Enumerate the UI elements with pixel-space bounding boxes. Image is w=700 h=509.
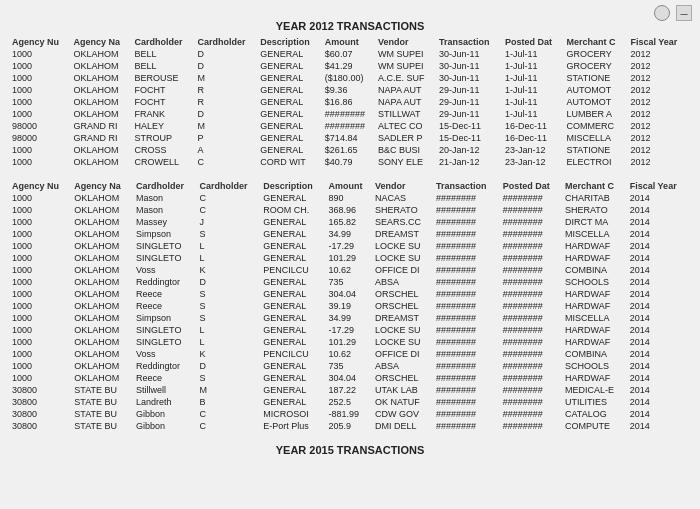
- section-2015-title: YEAR 2015 TRANSACTIONS: [10, 444, 690, 456]
- col-transaction-2014: Transaction: [434, 180, 501, 192]
- col-fiscal: Fiscal Year: [628, 36, 690, 48]
- table-row: 1000OKLAHOMBELLDGENERAL$60.07WM SUPEI30-…: [10, 48, 690, 60]
- col-merchant: Merchant C: [564, 36, 628, 48]
- table-row: 1000OKLAHOMReddingtorDGENERAL735ABSA####…: [10, 360, 690, 372]
- table-row: 1000OKLAHOMBEROUSEMGENERAL($180.00)A.C.E…: [10, 72, 690, 84]
- table-row: 98000GRAND RIHALEYMGENERAL########ALTEC …: [10, 120, 690, 132]
- col-agency-na: Agency Na: [72, 36, 133, 48]
- table-row: 98000GRAND RISTROUPPGENERAL$714.84SADLER…: [10, 132, 690, 144]
- table-row: 30800STATE BULandrethBGENERAL252.5OK NAT…: [10, 396, 690, 408]
- col-posted-dat: Posted Dat: [503, 36, 565, 48]
- header-row-2014: Agency Nu Agency Na Cardholder Cardholde…: [10, 180, 690, 192]
- col-cardholder-code-2014: Cardholder: [198, 180, 262, 192]
- col-vendor-2014: Vendor: [373, 180, 434, 192]
- table-row: 1000OKLAHOMSINGLETOLGENERAL101.29LOCKE S…: [10, 336, 690, 348]
- col-posted-dat-2014: Posted Dat: [501, 180, 563, 192]
- col-vendor: Vendor: [376, 36, 437, 48]
- circle-icon[interactable]: [654, 5, 670, 21]
- header-row-2012: Agency Nu Agency Na Cardholder Cardholde…: [10, 36, 690, 48]
- col-cardholder-name-2014: Cardholder: [134, 180, 198, 192]
- col-amount: Amount: [323, 36, 376, 48]
- col-agency-nu-2014: Agency Nu: [10, 180, 72, 192]
- table-row: 1000OKLAHOMCROSSAGENERAL$261.65B&C BUSI2…: [10, 144, 690, 156]
- section-2012-title: YEAR 2012 TRANSACTIONS: [10, 20, 690, 32]
- col-fiscal-2014: Fiscal Year: [628, 180, 690, 192]
- table-row: 1000OKLAHOMReeceSGENERAL39.19ORSCHEL####…: [10, 300, 690, 312]
- table-row: 1000OKLAHOMSINGLETOLGENERAL-17.29LOCKE S…: [10, 324, 690, 336]
- table-row: 30800STATE BUGibbonCE-Port Plus205.9DMI …: [10, 420, 690, 432]
- table-row: 1000OKLAHOMCROWELLCCORD WIT$40.79SONY EL…: [10, 156, 690, 168]
- table-row: 1000OKLAHOMSimpsonSGENERAL34.99DREAMST##…: [10, 228, 690, 240]
- table-2014: Agency Nu Agency Na Cardholder Cardholde…: [10, 180, 690, 432]
- table-row: 1000OKLAHOMVossKPENCILCU10.62OFFICE DI##…: [10, 264, 690, 276]
- table-row: 1000OKLAHOMReddingtorDGENERAL735ABSA####…: [10, 276, 690, 288]
- col-cardholder-name: Cardholder: [133, 36, 196, 48]
- table-row: 1000OKLAHOMMasonCGENERAL890NACAS########…: [10, 192, 690, 204]
- table-row: 1000OKLAHOMFOCHTRGENERAL$9.36NAPA AUT29-…: [10, 84, 690, 96]
- col-transaction: Transaction: [437, 36, 503, 48]
- col-merchant-2014: Merchant C: [563, 180, 628, 192]
- table-row: 1000OKLAHOMBELLDGENERAL$41.29WM SUPEI30-…: [10, 60, 690, 72]
- table-2012: Agency Nu Agency Na Cardholder Cardholde…: [10, 36, 690, 168]
- table-row: 1000OKLAHOMMasonCROOM CH.368.96SHERATO##…: [10, 204, 690, 216]
- table-row: 1000OKLAHOMVossKPENCILCU10.62OFFICE DI##…: [10, 348, 690, 360]
- col-agency-nu: Agency Nu: [10, 36, 72, 48]
- table-row: 1000OKLAHOMReeceSGENERAL304.04ORSCHEL###…: [10, 372, 690, 384]
- col-description: Description: [258, 36, 323, 48]
- table-row: 1000OKLAHOMSINGLETOLGENERAL101.29LOCKE S…: [10, 252, 690, 264]
- top-bar: –: [654, 5, 692, 21]
- col-cardholder-code: Cardholder: [195, 36, 258, 48]
- col-agency-na-2014: Agency Na: [72, 180, 134, 192]
- table-row: 1000OKLAHOMMasseyJGENERAL165.82SEARS.CC#…: [10, 216, 690, 228]
- table-row: 30800STATE BUGibbonCMICROSOI-881.99CDW G…: [10, 408, 690, 420]
- table-row: 30800STATE BUStillwellMGENERAL187.22UTAK…: [10, 384, 690, 396]
- col-description-2014: Description: [261, 180, 326, 192]
- table-row: 1000OKLAHOMSINGLETOLGENERAL-17.29LOCKE S…: [10, 240, 690, 252]
- table-row: 1000OKLAHOMFOCHTRGENERAL$16.86NAPA AUT29…: [10, 96, 690, 108]
- col-amount-2014: Amount: [327, 180, 373, 192]
- minus-icon[interactable]: –: [676, 5, 692, 21]
- table-row: 1000OKLAHOMReeceSGENERAL304.04ORSCHEL###…: [10, 288, 690, 300]
- table-row: 1000OKLAHOMSimpsonSGENERAL34.99DREAMST##…: [10, 312, 690, 324]
- main-container: YEAR 2012 TRANSACTIONS Agency Nu Agency …: [0, 0, 700, 468]
- table-row: 1000OKLAHOMFRANKDGENERAL########STILLWAT…: [10, 108, 690, 120]
